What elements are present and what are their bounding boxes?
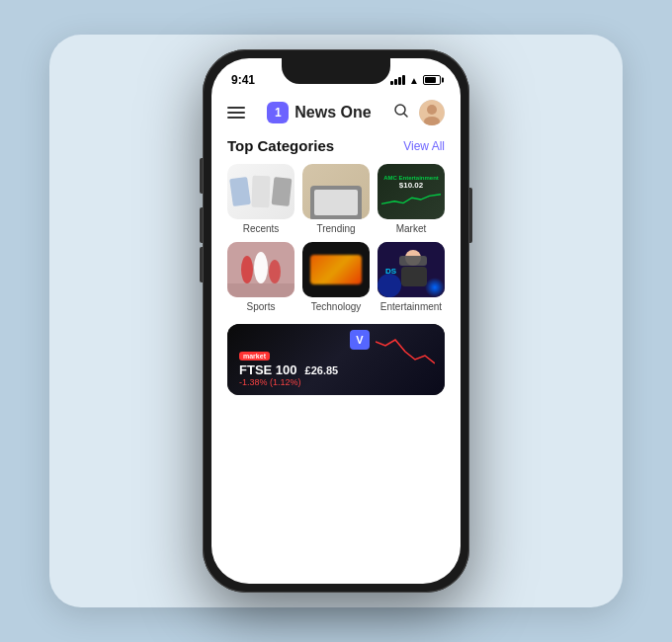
featured-badge: market (239, 352, 270, 361)
category-grid: Recents Trending AMC (227, 164, 445, 312)
category-label-entertainment: Entertainment (380, 301, 442, 312)
avatar[interactable] (419, 100, 445, 125)
section-title: Top Categories (227, 137, 334, 154)
outer-card: 9:41 ▲ 1 (49, 35, 623, 607)
battery-icon (423, 75, 441, 85)
svg-text:DS: DS (385, 267, 397, 276)
featured-content: market FTSE 100 £26.85 -1.38% (1.12%) (227, 337, 445, 395)
category-item-trending[interactable]: Trending (302, 164, 370, 234)
neon-glow (425, 278, 445, 297)
wifi-icon: ▲ (409, 75, 419, 86)
category-item-entertainment[interactable]: DS Entertainment (378, 242, 445, 312)
phone-shell: 9:41 ▲ 1 (203, 49, 469, 593)
category-label-market: Market (396, 223, 427, 234)
svg-rect-12 (399, 256, 427, 266)
category-label-trending: Trending (316, 223, 355, 234)
status-time: 9:41 (231, 73, 255, 87)
svg-point-14 (378, 274, 401, 297)
category-label-sports: Sports (247, 301, 276, 312)
logo-badge: 1 (267, 102, 289, 123)
ticker-name: FTSE 100 (239, 362, 297, 377)
svg-point-3 (427, 105, 437, 115)
ticker-price: £26.85 (305, 364, 339, 376)
header-actions (393, 100, 445, 125)
category-item-market[interactable]: AMC Entertainment $10.02 Market (378, 164, 445, 234)
category-thumb-sports (227, 242, 294, 297)
notch (282, 58, 390, 84)
menu-button[interactable] (227, 107, 245, 119)
search-button[interactable] (393, 103, 409, 122)
category-label-recents: Recents (243, 223, 280, 234)
app-header: 1 News One (227, 94, 445, 137)
featured-ticker: FTSE 100 £26.85 (239, 362, 433, 377)
view-all-button[interactable]: View All (403, 139, 445, 153)
category-thumb-technology (302, 242, 370, 297)
category-item-technology[interactable]: Technology (302, 242, 370, 312)
app-name: News One (294, 104, 371, 121)
category-label-technology: Technology (311, 301, 362, 312)
app-logo: 1 News One (267, 102, 371, 123)
keyboard-glow (310, 255, 362, 284)
category-item-sports[interactable]: Sports (227, 242, 294, 312)
ticker-change: -1.38% (1.12%) (239, 377, 433, 387)
svg-point-6 (241, 256, 253, 283)
featured-card[interactable]: V market FTSE 100 £26.85 -1.38% (1.12%) (227, 324, 445, 395)
section-header: Top Categories View All (227, 137, 445, 154)
signal-icon (390, 75, 405, 85)
svg-rect-9 (227, 283, 294, 297)
category-thumb-trending (302, 164, 370, 219)
svg-point-8 (269, 260, 281, 283)
phone-screen: 9:41 ▲ 1 (211, 58, 461, 584)
category-thumb-entertainment: DS (378, 242, 445, 297)
svg-line-1 (404, 114, 407, 117)
svg-rect-13 (401, 267, 427, 286)
category-thumb-market: AMC Entertainment $10.02 (378, 164, 445, 219)
category-thumb-recents (227, 164, 294, 219)
svg-point-7 (254, 252, 268, 283)
category-item-recents[interactable]: Recents (227, 164, 294, 234)
status-icons: ▲ (390, 75, 441, 86)
